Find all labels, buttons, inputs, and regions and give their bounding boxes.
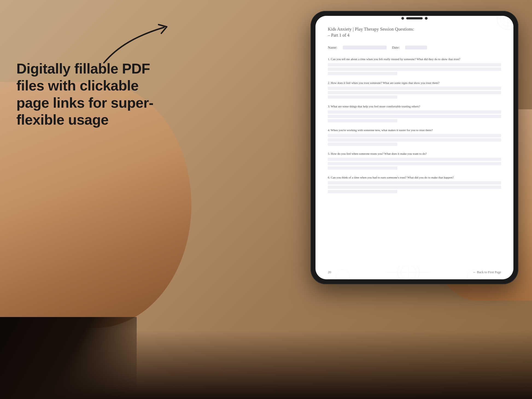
questions-list: 1. Can you tell me about a time when you…	[328, 57, 501, 193]
name-date-row: Name: Date:	[328, 45, 501, 50]
bottom-decoration	[315, 266, 501, 279]
tablet-top-bar	[401, 17, 428, 20]
question-5: 5. How do you feel when someone trusts y…	[328, 151, 501, 170]
camera-dot-1	[401, 17, 404, 20]
answer-line[interactable]	[328, 87, 501, 90]
svg-point-1	[500, 16, 513, 26]
question-6: 6. Can you think of a time when you had …	[328, 175, 501, 193]
answer-line[interactable]	[328, 91, 501, 94]
answer-4-lines	[328, 134, 501, 146]
answer-line[interactable]	[328, 115, 501, 118]
answer-line[interactable]	[328, 186, 501, 189]
question-2-text: 2. How does it feel when you trust someo…	[328, 81, 501, 85]
answer-line[interactable]	[328, 138, 501, 142]
answer-line[interactable]	[328, 72, 397, 75]
answer-line[interactable]	[328, 134, 501, 137]
answer-2-lines	[328, 87, 501, 99]
answer-line[interactable]	[328, 95, 397, 99]
left-text-block: Digitally fillable PDF files with clicka…	[16, 60, 159, 128]
name-label: Name:	[328, 45, 337, 50]
answer-line[interactable]	[328, 143, 397, 146]
tablet-body: Kids Anxiety | Play Therapy Session Ques…	[311, 11, 518, 284]
answer-1-lines	[328, 63, 501, 75]
question-3: 3. What are some things that help you fe…	[328, 104, 501, 122]
answer-line[interactable]	[328, 190, 397, 193]
date-input-field[interactable]	[405, 46, 427, 49]
question-3-text: 3. What are some things that help you fe…	[328, 104, 501, 109]
answer-line[interactable]	[328, 63, 501, 66]
answer-line[interactable]	[328, 110, 501, 114]
question-4-text: 4. When you're working with someone new,…	[328, 128, 501, 133]
question-5-text: 5. How do you feel when someone trusts y…	[328, 151, 501, 156]
dark-hand-bottom	[0, 317, 137, 399]
tablet-screen: Kids Anxiety | Play Therapy Session Ques…	[315, 16, 513, 279]
answer-5-lines	[328, 158, 501, 170]
question-1: 1. Can you tell me about a time when you…	[328, 57, 501, 75]
question-4: 4. When you're working with someone new,…	[328, 128, 501, 146]
speaker-bar	[406, 17, 423, 19]
camera-dot-2	[425, 17, 428, 20]
answer-line[interactable]	[328, 181, 501, 184]
answer-line[interactable]	[328, 119, 397, 122]
pdf-subtitle: – Part 1 of 4	[328, 33, 501, 38]
date-label: Date:	[392, 45, 400, 50]
name-input-field[interactable]	[343, 46, 387, 49]
tablet: Kids Anxiety | Play Therapy Session Ques…	[311, 11, 518, 284]
question-2: 2. How does it feel when you trust someo…	[328, 81, 501, 99]
answer-line[interactable]	[328, 158, 501, 161]
svg-point-9	[336, 270, 350, 279]
svg-point-10	[467, 270, 481, 279]
answer-line[interactable]	[328, 166, 397, 170]
question-1-text: 1. Can you tell me about a time when you…	[328, 57, 501, 61]
answer-6-lines	[328, 181, 501, 193]
top-decoration	[481, 16, 513, 38]
main-headline: Digitally fillable PDF files with clicka…	[16, 60, 159, 128]
answer-line[interactable]	[328, 68, 501, 71]
pdf-content: Kids Anxiety | Play Therapy Session Ques…	[315, 16, 513, 279]
answer-line[interactable]	[328, 162, 501, 165]
question-6-text: 6. Can you think of a time when you had …	[328, 175, 501, 180]
svg-point-0	[497, 16, 513, 30]
answer-3-lines	[328, 110, 501, 122]
pdf-title: Kids Anxiety | Play Therapy Session Ques…	[328, 27, 501, 32]
